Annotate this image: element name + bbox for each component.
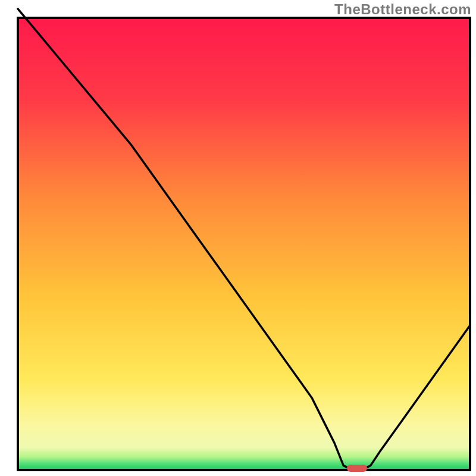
- bottleneck-chart: [0, 0, 476, 476]
- chart-frame: TheBottleneck.com: [0, 0, 476, 476]
- watermark-text: TheBottleneck.com: [334, 1, 471, 18]
- minimum-marker: [347, 465, 367, 472]
- plot-background: [18, 18, 470, 470]
